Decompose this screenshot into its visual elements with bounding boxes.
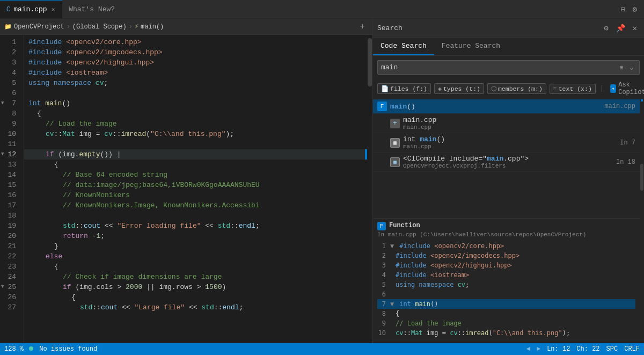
- search-close-icon[interactable]: ✕: [630, 22, 640, 34]
- line-num-27: 27: [0, 302, 19, 313]
- search-input[interactable]: [381, 63, 615, 71]
- preview-content-8: {: [396, 309, 399, 318]
- code-line-5: using namespace cv;: [24, 78, 367, 88]
- result-item-int-main[interactable]: ▦ int main() main.cpp In 7: [373, 133, 640, 153]
- preview-content-1: #include <opencv2/core.hpp>: [399, 241, 504, 251]
- search-vscrollbar[interactable]: [640, 99, 644, 343]
- line-num-18: 18: [0, 211, 19, 221]
- preview-content-7: int main(): [399, 299, 438, 309]
- tab-feature-search[interactable]: Feature Search: [434, 38, 508, 55]
- status-dot: [29, 346, 33, 351]
- preview-content-3: #include <opencv2/highgui.hpp>: [396, 260, 512, 270]
- split-editor-icon[interactable]: ⊟: [618, 3, 627, 16]
- result-item-main-func[interactable]: F main() main.cpp: [373, 99, 640, 114]
- preview-ln-3: 3: [377, 260, 386, 270]
- line-num-5: 5: [0, 78, 19, 88]
- code-content[interactable]: #include <opencv2/core.hpp> #include <op…: [24, 35, 367, 343]
- preview-subheader: In main.cpp (C:\Users\hwelliver\source\r…: [377, 231, 635, 238]
- search-pin-icon[interactable]: 📌: [613, 22, 628, 34]
- status-encoding[interactable]: SPC: [606, 345, 618, 353]
- line-num-16: 16: [0, 190, 19, 200]
- tab-main-cpp[interactable]: C main.cpp ✕: [0, 0, 62, 18]
- line-num-7: ▼7: [0, 98, 19, 108]
- preview-line-4: 4 #include <iostream>: [377, 270, 635, 280]
- line-num-3: 3: [0, 57, 19, 68]
- preview-header-row: F Function: [377, 222, 635, 230]
- preview-header: Function: [389, 222, 420, 229]
- tab-bar: C main.cpp ✕ What's New? ⊟ ⚙: [0, 0, 644, 19]
- result-subfile-int-main: main.cpp: [403, 143, 617, 150]
- preview-code: 1 ▼ #include <opencv2/core.hpp> 2 #inclu…: [377, 241, 635, 340]
- line-num-13: 13: [0, 160, 19, 170]
- result-icon-int-main: ▦: [390, 138, 400, 148]
- code-line-1: #include <opencv2/core.hpp>: [24, 37, 367, 47]
- filter-text[interactable]: ≡ text (x:): [550, 84, 596, 94]
- add-breadcrumb-btn[interactable]: +: [356, 21, 368, 33]
- search-panel-header: Search ⚙ 📌 ✕: [373, 19, 644, 38]
- tab-code-search[interactable]: Code Search: [373, 38, 434, 55]
- search-layout-icon[interactable]: ⊞: [617, 62, 626, 73]
- code-line-16: // KnownMonikers: [24, 190, 367, 200]
- line-numbers: 1 2 3 4 5 6 ▼7 8 9 10 11 ▼12 13 14 15 16: [0, 35, 24, 343]
- preview-ln-1: 1: [377, 241, 386, 251]
- function-icon: ⚡: [135, 23, 138, 31]
- search-panel-title: Search: [377, 24, 402, 32]
- ask-copilot-btn[interactable]: ✦ Ask Copilot: [610, 81, 644, 96]
- breadcrumb-sep-2: ›: [129, 23, 133, 31]
- preview-content-4: #include <iostream>: [396, 270, 469, 280]
- result-name-file: main.cpp: [403, 116, 635, 124]
- line-num-15: 15: [0, 180, 19, 190]
- breadcrumb-scope[interactable]: (Global Scope): [72, 23, 127, 31]
- search-settings-icon[interactable]: ⚙: [601, 22, 611, 34]
- more-options-icon[interactable]: ⚙: [630, 3, 640, 16]
- code-line-6: [24, 88, 367, 98]
- result-subfile-1: main.cpp: [403, 124, 635, 131]
- code-line-22: else: [24, 251, 367, 262]
- result-item-clcompile[interactable]: ▦ <ClCompile Include="main.cpp"> OpenCVP…: [373, 153, 640, 172]
- line-num-6: 6: [0, 88, 19, 98]
- preview-ln-5: 5: [377, 280, 386, 289]
- search-vscrollbar-thumb[interactable]: [640, 164, 643, 191]
- result-name-1: main(): [390, 103, 601, 111]
- search-filters: 📄 files (f:) ◈ types (t:) ⬡ members (m:)…: [373, 79, 644, 99]
- code-line-12[interactable]: if (img.empty()) |: [24, 149, 367, 160]
- filter-members[interactable]: ⬡ members (m:): [487, 83, 546, 94]
- text-filter-icon: ≡: [553, 85, 557, 92]
- tab-whats-new[interactable]: What's New?: [62, 0, 121, 18]
- preview-line-7: 7 ▼ int main(): [377, 299, 635, 309]
- preview-content-11: [396, 338, 399, 340]
- filter-files[interactable]: 📄 files (f:): [377, 83, 431, 94]
- breadcrumb-function[interactable]: ⚡ main(): [135, 23, 164, 31]
- preview-line-2: 2 #include <opencv2/imgcodecs.hpp>: [377, 251, 635, 260]
- status-line-ending[interactable]: CRLF: [624, 345, 640, 353]
- editor-vscrollbar[interactable]: [367, 35, 372, 343]
- editor-vscrollbar-thumb[interactable]: [368, 38, 372, 86]
- code-line-20: return -1;: [24, 231, 367, 241]
- preview-collapse-1: ▼: [390, 241, 394, 251]
- line-num-20: 20: [0, 231, 19, 241]
- search-input-right: ⊞ ⌄: [617, 62, 636, 73]
- line-num-17: 17: [0, 200, 19, 211]
- preview-ln-2: 2: [377, 251, 386, 260]
- preview-line-1: 1 ▼ #include <opencv2/core.hpp>: [377, 241, 635, 251]
- status-issues[interactable]: No issues found: [29, 345, 97, 353]
- search-results[interactable]: F main() main.cpp + main.cpp: [373, 99, 640, 218]
- status-position[interactable]: Ln: 12: [547, 345, 570, 353]
- filter-types[interactable]: ◈ types (t:): [434, 83, 484, 94]
- tab-close-main-cpp[interactable]: ✕: [50, 5, 56, 14]
- status-zoom[interactable]: 128 %: [4, 345, 24, 353]
- tab-bar-right: ⊟ ⚙: [618, 3, 644, 16]
- status-col[interactable]: Ch: 22: [576, 345, 599, 353]
- result-item-main-cpp-file[interactable]: + main.cpp main.cpp: [373, 114, 640, 133]
- breadcrumb-project[interactable]: 📁 OpenCVProject: [4, 23, 64, 31]
- status-bar: 128 % No issues found ◄ ► Ln: 12 Ch: 22 …: [0, 343, 644, 355]
- result-label-file: main.cpp main.cpp: [403, 116, 635, 131]
- editor-panel: 📁 OpenCVProject › (Global Scope) › ⚡ mai…: [0, 19, 373, 343]
- line-num-12: ▼12: [0, 149, 19, 160]
- search-expand-icon[interactable]: ⌄: [627, 62, 636, 73]
- preview-line-6: 6: [377, 289, 635, 299]
- code-line-7: int main(): [24, 98, 367, 108]
- result-name-suffix-1: (): [407, 103, 415, 111]
- status-right: ◄ ► Ln: 12 Ch: 22 SPC CRLF: [526, 345, 640, 353]
- tab-whats-new-label: What's New?: [69, 5, 115, 13]
